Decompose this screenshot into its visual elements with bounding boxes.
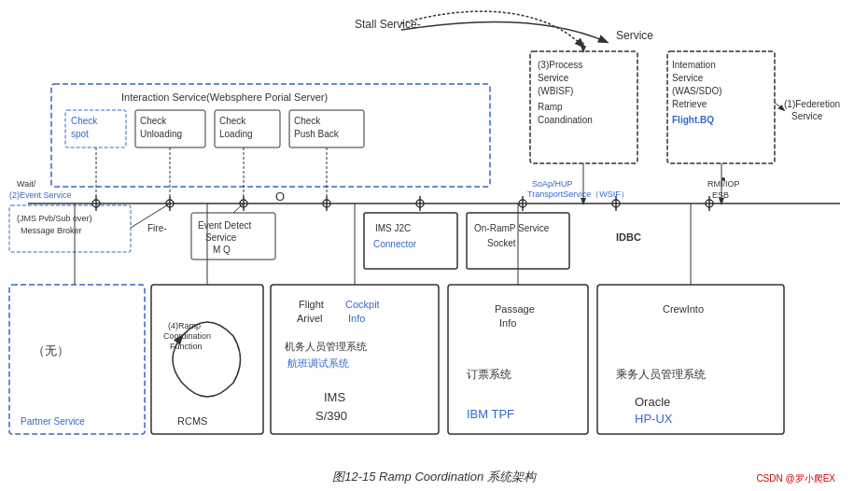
svg-text:Check: Check <box>219 116 246 126</box>
svg-text:Coandination: Coandination <box>538 115 593 125</box>
svg-text:机务人员管理系统: 机务人员管理系统 <box>285 341 367 352</box>
svg-text:(JMS Pvb/Sub over): (JMS Pvb/Sub over) <box>17 214 92 223</box>
svg-text:Info: Info <box>499 317 516 329</box>
svg-text:Wait/: Wait/ <box>17 179 36 189</box>
svg-text:IBM TPF: IBM TPF <box>467 407 514 421</box>
svg-text:O: O <box>275 189 285 203</box>
svg-text:Loading: Loading <box>219 129 253 139</box>
svg-text:IDBC: IDBC <box>616 231 641 243</box>
svg-text:Message Broker: Message Broker <box>21 226 82 235</box>
svg-text:（无）: （无） <box>33 344 69 358</box>
svg-text:Ramp: Ramp <box>538 102 563 112</box>
svg-text:Service: Service <box>616 29 653 42</box>
svg-text:Check: Check <box>294 116 321 126</box>
svg-text:(4)Ramp: (4)Ramp <box>168 321 201 330</box>
svg-text:Connector: Connector <box>373 239 417 249</box>
svg-text:Flight.BQ: Flight.BQ <box>672 115 714 125</box>
svg-point-69 <box>721 177 725 181</box>
svg-text:spot: spot <box>71 129 89 139</box>
svg-text:Oracle: Oracle <box>635 395 670 409</box>
interaction-service-label: Interaction Service(Websphere Porial Ser… <box>121 91 328 103</box>
svg-text:Unloading: Unloading <box>140 129 182 139</box>
svg-text:Service: Service <box>538 73 569 83</box>
svg-text:(1)Federetion: (1)Federetion <box>784 99 840 109</box>
diagram-container: Stall Service- Service Interaction Servi… <box>0 0 868 491</box>
svg-text:Push Back: Push Back <box>294 129 340 139</box>
svg-text:航班调试系统: 航班调试系统 <box>287 358 349 369</box>
svg-text:Coordination: Coordination <box>163 331 211 341</box>
svg-text:Cockpit: Cockpit <box>345 299 380 310</box>
svg-text:图12-15  Ramp Coordination 系统架构: 图12-15 Ramp Coordination 系统架构 <box>332 470 537 484</box>
svg-text:On-RamP Service: On-RamP Service <box>474 223 550 233</box>
svg-text:Check: Check <box>71 116 98 126</box>
architecture-diagram: Stall Service- Service Interaction Servi… <box>0 0 868 491</box>
svg-text:RCMS: RCMS <box>177 415 207 427</box>
svg-text:订票系统: 订票系统 <box>467 368 511 381</box>
svg-text:ESB: ESB <box>712 190 729 200</box>
svg-text:TransportService（WSIF）: TransportService（WSIF） <box>527 189 629 199</box>
svg-text:Event Detect: Event Detect <box>198 220 251 231</box>
svg-text:Retrieve: Retrieve <box>672 99 707 109</box>
svg-text:S/390: S/390 <box>315 409 347 423</box>
svg-text:Service: Service <box>672 73 704 83</box>
svg-text:Function: Function <box>170 342 203 351</box>
svg-text:(WAS/SDO): (WAS/SDO) <box>672 86 722 96</box>
svg-text:IMS J2C: IMS J2C <box>375 223 411 233</box>
svg-text:Flight: Flight <box>299 299 324 310</box>
svg-text:CrewInto: CrewInto <box>663 303 704 315</box>
svg-text:Service: Service <box>205 232 237 243</box>
svg-text:Socket: Socket <box>487 238 516 248</box>
svg-text:HP-UX: HP-UX <box>635 412 673 426</box>
svg-text:(WBISF): (WBISF) <box>538 86 573 96</box>
svg-text:Partner Service: Partner Service <box>21 416 85 427</box>
svg-text:(3)Process: (3)Process <box>538 60 582 70</box>
svg-text:Fire-: Fire- <box>147 223 167 233</box>
svg-text:(2)Event Service: (2)Event Service <box>9 190 72 200</box>
svg-text:Service: Service <box>791 111 823 121</box>
svg-text:Arivel: Arivel <box>297 313 323 324</box>
svg-text:Check: Check <box>140 116 167 126</box>
svg-text:Intemation: Intemation <box>672 60 716 70</box>
svg-text:Info: Info <box>348 313 365 324</box>
svg-text:乘务人员管理系统: 乘务人员管理系统 <box>616 368 706 381</box>
svg-text:M Q: M Q <box>213 245 231 255</box>
svg-text:CSDN @罗小爬EX: CSDN @罗小爬EX <box>756 473 835 484</box>
svg-text:SoAp/HUP: SoAp/HUP <box>532 179 573 189</box>
svg-text:IMS: IMS <box>324 390 345 404</box>
svg-text:Passage: Passage <box>495 303 535 315</box>
